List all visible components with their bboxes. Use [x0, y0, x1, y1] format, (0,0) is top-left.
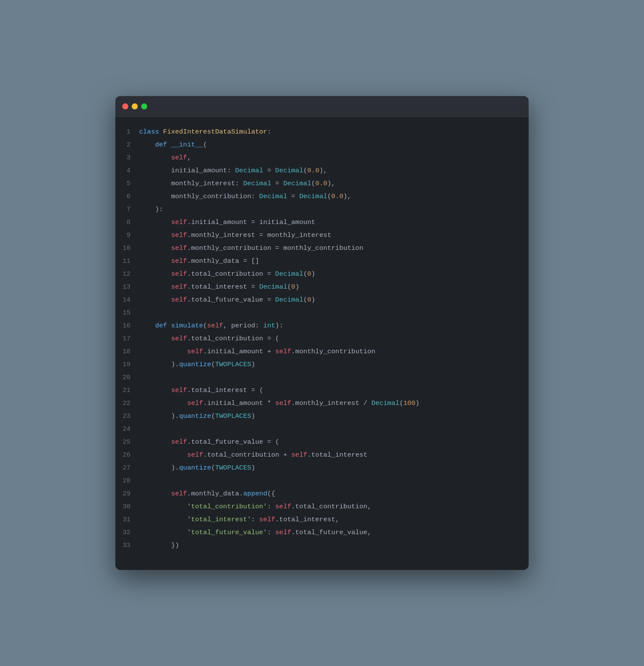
code-line: 24 [115, 423, 529, 436]
code-line: 22 self.initial_amount * self.monthly_in… [115, 397, 529, 410]
code-line: 9 self.monthly_interest = monthly_intere… [115, 229, 529, 242]
code-line: 1 class FixedInterestDataSimulator: [115, 125, 529, 138]
code-line: 18 self.initial_amount + self.monthly_co… [115, 345, 529, 358]
code-line: 3 self, [115, 151, 529, 164]
minimize-button[interactable] [132, 103, 138, 109]
code-line: 16 def simulate(self, period: int): [115, 319, 529, 332]
code-line: 26 self.total_contribution + self.total_… [115, 448, 529, 461]
code-line: 20 [115, 371, 529, 384]
code-line: 27 ).quantize(TWOPLACES) [115, 461, 529, 474]
code-line: 17 self.total_contribution = ( [115, 332, 529, 345]
code-editor-window: 1 class FixedInterestDataSimulator: 2 de… [115, 96, 529, 570]
code-line: 21 self.total_interest = ( [115, 384, 529, 397]
code-line: 31 'total_interest': self.total_interest… [115, 513, 529, 526]
code-line: 28 [115, 474, 529, 487]
code-line: 32 'total_future_value': self.total_futu… [115, 526, 529, 539]
code-line: 2 def __init__( [115, 138, 529, 151]
code-line: 25 self.total_future_value = ( [115, 436, 529, 448]
code-line: 15 [115, 306, 529, 319]
code-line: 11 self.monthly_data = [] [115, 255, 529, 268]
code-line: 5 monthly_interest: Decimal = Decimal(0.… [115, 177, 529, 190]
code-line: 6 monthly_contribution: Decimal = Decima… [115, 190, 529, 203]
code-line: 23 ).quantize(TWOPLACES) [115, 410, 529, 423]
code-line: 33 }) [115, 539, 529, 552]
code-area: 1 class FixedInterestDataSimulator: 2 de… [115, 117, 529, 560]
code-line: 12 self.total_contribution = Decimal(0) [115, 268, 529, 280]
titlebar [115, 96, 529, 117]
code-line: 13 self.total_interest = Decimal(0) [115, 280, 529, 293]
code-line: 4 initial_amount: Decimal = Decimal(0.0)… [115, 164, 529, 177]
code-line: 8 self.initial_amount = initial_amount [115, 216, 529, 229]
code-line: 30 'total_contribution': self.total_cont… [115, 500, 529, 513]
code-line: 7 ): [115, 203, 529, 216]
close-button[interactable] [122, 103, 128, 109]
code-line: 29 self.monthly_data.append({ [115, 487, 529, 500]
code-line: 10 self.monthly_contribution = monthly_c… [115, 242, 529, 255]
code-line: 19 ).quantize(TWOPLACES) [115, 358, 529, 371]
maximize-button[interactable] [141, 103, 147, 109]
code-line: 14 self.total_future_value = Decimal(0) [115, 293, 529, 306]
